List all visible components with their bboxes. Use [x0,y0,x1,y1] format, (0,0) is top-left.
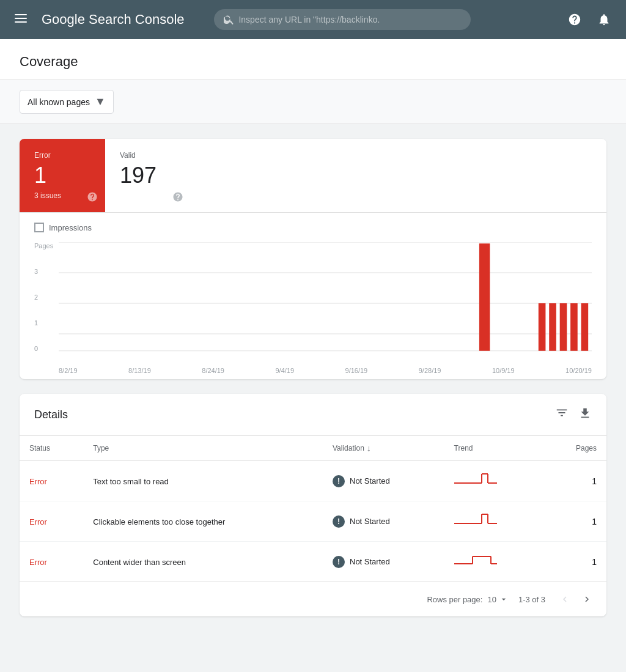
row3-trend [444,542,543,582]
bar-1020-1 [539,303,546,351]
y-label-0: 0 [34,345,53,352]
url-search-bar[interactable] [214,9,471,30]
filter-bar: All known pages ▼ [0,80,626,124]
x-label-2: 8/24/19 [202,367,224,374]
col-validation[interactable]: Validation ↓ [323,436,444,461]
details-header: Details [20,394,606,436]
summary-cards: Error 1 3 issues Valid 197 [20,139,606,213]
row3-pages: 1 [543,542,606,582]
page-navigation [555,589,597,609]
error-card-count: 1 [34,164,90,186]
valid-help-icon[interactable] [172,191,183,205]
y-label-3: 3 [34,268,53,275]
all-known-pages-filter[interactable]: All known pages ▼ [20,90,114,114]
filter-action-icon[interactable] [555,406,569,423]
row1-validation: ! Not Started [323,461,444,501]
x-label-7: 10/20/19 [565,367,592,374]
y-label-2: 2 [34,294,53,301]
details-section: Details Status [20,394,606,616]
row2-pages: 1 [543,501,606,542]
rows-per-page: Rows per page: 10 [427,594,509,604]
row1-trend [444,461,543,501]
rows-per-page-selector[interactable]: 10 [487,594,508,604]
row1-pages: 1 [543,461,606,501]
col-status: Status [20,436,83,461]
filter-arrow-icon: ▼ [95,95,106,108]
valid-card-count: 197 [120,164,176,186]
bar-1020-2 [549,303,556,351]
y-label-pages: Pages [34,242,53,249]
bar-1020-4 [570,303,578,351]
main-content: Error 1 3 issues Valid 197 [0,124,626,631]
x-label-5: 9/28/19 [419,367,441,374]
row3-trend-svg [454,552,497,570]
row2-trend-svg [454,511,497,530]
page-header: Coverage [0,39,626,80]
row3-status[interactable]: Error [20,542,83,582]
chart-section: Impressions Pages 3 2 1 0 [20,213,606,379]
row3-validation-icon: ! [333,556,345,568]
row1-trend-svg [454,471,497,489]
row2-validation: ! Not Started [323,501,444,542]
app-logo: Google Search Console [42,12,185,28]
bar-1020-3 [560,303,567,351]
svg-rect-0 [15,14,27,15]
row2-status[interactable]: Error [20,501,83,542]
x-label-4: 9/16/19 [345,367,368,374]
error-card[interactable]: Error 1 3 issues [20,139,105,212]
details-actions [555,406,592,423]
search-input[interactable] [238,15,460,24]
chart-legend: Impressions [34,223,592,232]
row1-status[interactable]: Error [20,461,83,501]
svg-rect-1 [15,18,27,19]
pagination-bar: Rows per page: 10 1-3 of 3 [20,582,606,616]
svg-rect-2 [15,21,27,23]
row2-type: Clickable elements too close together [83,501,323,542]
next-page-button[interactable] [577,589,597,609]
page-title: Coverage [20,54,606,70]
row3-type: Content wider than screen [83,542,323,582]
x-label-1: 8/13/19 [128,367,151,374]
chart-svg-container [59,242,592,364]
rows-per-page-label: Rows per page: [427,595,482,604]
header: Google Search Console [0,0,626,39]
impressions-checkbox[interactable] [34,223,44,232]
row2-trend [444,501,543,542]
details-table: Status Type Validation ↓ Trend [20,436,606,582]
bar-1010 [479,243,490,351]
page-range: 1-3 of 3 [518,595,545,604]
row1-type: Text too small to read [83,461,323,501]
download-action-icon[interactable] [578,407,592,423]
valid-card[interactable]: Valid 197 [105,139,191,212]
impressions-label: Impressions [49,223,92,232]
rows-per-page-arrow-icon [499,594,509,604]
rows-per-page-value: 10 [487,595,496,604]
x-label-6: 10/9/19 [492,367,515,374]
col-pages: Pages [543,436,606,461]
row1-validation-icon: ! [333,475,345,487]
notifications-button[interactable] [592,7,616,32]
table-header-row: Status Type Validation ↓ Trend [20,436,606,461]
error-card-subtext: 3 issues [34,191,90,200]
col-trend: Trend [444,436,543,461]
logo-text: Google Search Console [42,12,185,28]
help-button[interactable] [562,7,587,32]
x-label-3: 9/4/19 [275,367,294,374]
row3-validation: ! Not Started [323,542,444,582]
sort-arrow-icon: ↓ [367,443,371,453]
row2-validation-icon: ! [333,515,345,528]
error-help-icon[interactable] [87,191,98,205]
details-title: Details [34,408,68,421]
error-card-label: Error [34,151,90,160]
prev-page-button[interactable] [555,589,575,609]
x-axis-labels: 8/2/19 8/13/19 8/24/19 9/4/19 9/16/19 9/… [59,367,592,374]
coverage-overview-card: Error 1 3 issues Valid 197 [20,139,606,379]
table-row: Error Text too small to read ! Not Start… [20,461,606,501]
table-row: Error Content wider than screen ! Not St… [20,542,606,582]
bar-1020-5 [581,303,589,351]
chart-svg [59,242,592,364]
header-actions [562,7,616,32]
menu-icon[interactable] [10,7,32,32]
x-label-0: 8/2/19 [59,367,78,374]
col-type: Type [83,436,323,461]
